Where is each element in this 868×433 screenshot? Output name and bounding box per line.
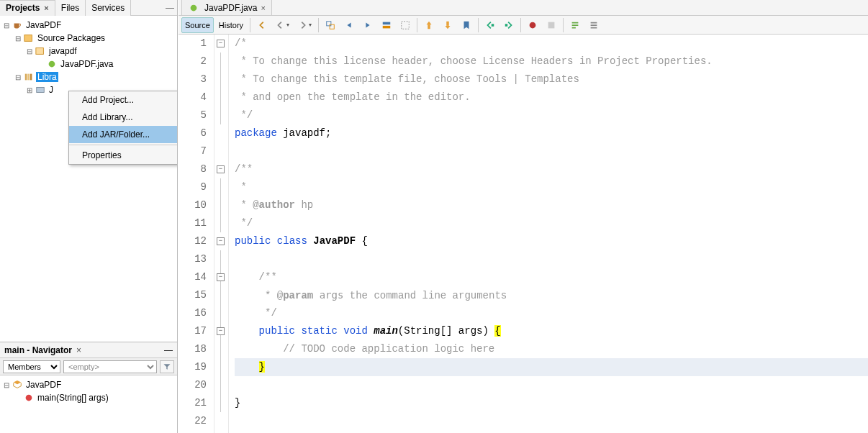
shift-left-icon <box>485 20 495 30</box>
code-area[interactable]: /* * To change this license header, choo… <box>229 35 868 433</box>
editor-tab-javapdf[interactable]: JavaPDF.java × <box>181 0 272 15</box>
close-icon[interactable]: × <box>44 4 48 12</box>
navigator-title-bar: main - Navigator × — <box>0 342 177 358</box>
expand-icon[interactable]: ⊟ <box>13 35 23 42</box>
next-bookmark-button[interactable] <box>439 17 456 33</box>
expand-icon[interactable]: ⊟ <box>1 381 12 389</box>
close-icon[interactable]: × <box>261 4 265 12</box>
fold-toggle[interactable]: − <box>217 237 225 245</box>
code-text: */ <box>235 307 277 319</box>
toggle-highlight-button[interactable] <box>378 17 395 33</box>
toggle-bookmark-button[interactable] <box>458 17 475 33</box>
fold-column[interactable]: − − − − − <box>214 35 229 433</box>
uncomment-button[interactable] <box>585 17 602 33</box>
rect-select-icon <box>400 20 410 30</box>
code-text: package <box>235 127 277 139</box>
project-tree[interactable]: ⊟ JavaPDF ⊟ Source Packages ⊟ javapdf Ja… <box>0 16 177 342</box>
members-combo[interactable]: Members <box>3 360 60 373</box>
menu-add-jar-folder[interactable]: Add JAR/Folder... <box>69 126 177 143</box>
tab-services-label: Services <box>91 3 125 13</box>
shift-left-button[interactable] <box>482 17 499 33</box>
tree-libraries[interactable]: ⊟ Libra <box>1 70 176 83</box>
tab-services[interactable]: Services <box>86 0 131 16</box>
expand-icon[interactable]: ⊟ <box>13 73 23 81</box>
expand-icon[interactable]: ⊞ <box>24 86 35 94</box>
svg-rect-3 <box>25 74 27 81</box>
tree-package-javapdf[interactable]: ⊟ javapdf <box>1 45 176 58</box>
fold-toggle[interactable]: − <box>217 40 225 47</box>
shift-right-icon <box>504 20 514 30</box>
code-text: main <box>374 325 398 337</box>
expand-icon[interactable]: ⊟ <box>24 47 35 55</box>
code-text: } <box>259 361 265 373</box>
node-label: javapdf <box>48 46 78 56</box>
svg-rect-16 <box>492 24 494 27</box>
code-text: /** <box>235 163 253 175</box>
code-text: hp <box>295 199 313 211</box>
code-text: } <box>235 397 240 409</box>
find-selection-button[interactable] <box>322 17 339 33</box>
menu-add-project[interactable]: Add Project... <box>69 91 177 109</box>
svg-rect-12 <box>383 25 391 28</box>
minimize-icon[interactable]: — <box>164 345 173 355</box>
class-icon <box>12 379 23 391</box>
macro-stop-button[interactable] <box>543 17 560 33</box>
fold-toggle[interactable]: − <box>217 327 225 335</box>
code-text: class <box>271 235 313 247</box>
tab-projects[interactable]: Projects × <box>0 0 55 16</box>
svg-rect-6 <box>37 88 45 93</box>
menu-label: Properties <box>82 150 122 160</box>
code-text: * To change this license header, choose … <box>235 55 713 67</box>
menu-label: Add Project... <box>82 95 134 105</box>
editor-body[interactable]: 12345678910111213141516171819202122 − − … <box>178 35 868 433</box>
tree-file-javapdf[interactable]: JavaPDF.java <box>1 58 176 70</box>
macro-record-button[interactable] <box>524 17 541 33</box>
comment-icon <box>570 20 580 30</box>
code-text: public <box>235 235 271 247</box>
source-label: Source <box>185 21 210 29</box>
last-edit-button[interactable] <box>253 17 271 33</box>
navigator-filter-button[interactable] <box>160 360 174 373</box>
nav-method-node[interactable]: main(String[] args) <box>1 391 176 404</box>
tree-source-packages[interactable]: ⊟ Source Packages <box>1 32 176 45</box>
code-text: * To change this template file, choose T… <box>235 73 579 85</box>
svg-rect-11 <box>383 22 391 24</box>
code-text: /* <box>235 37 247 49</box>
shift-right-button[interactable] <box>500 17 517 33</box>
fold-toggle[interactable]: − <box>217 273 225 281</box>
node-label: JavaPDF <box>24 380 63 390</box>
code-text: * @ <box>235 290 283 301</box>
toggle-rect-select-button[interactable] <box>397 17 414 33</box>
back-arrow-icon <box>257 20 267 30</box>
navigator-panel: main - Navigator × — Members <empty> ⊟ J… <box>0 342 177 433</box>
nav-forward-icon <box>298 20 308 30</box>
nav-class-node[interactable]: ⊟ JavaPDF <box>1 378 176 391</box>
find-prev-button[interactable] <box>340 17 358 33</box>
source-view-tab[interactable]: Source <box>181 17 214 33</box>
menu-properties[interactable]: Properties <box>69 147 177 164</box>
bookmark-prev-icon <box>424 20 434 30</box>
navigator-tree[interactable]: ⊟ JavaPDF main(String[] args) <box>0 375 177 433</box>
line-gutter[interactable]: 12345678910111213141516171819202122 <box>178 35 214 433</box>
tab-files-label: Files <box>61 3 79 13</box>
filter-combo[interactable]: <empty> <box>63 360 157 373</box>
prev-bookmark-button[interactable] <box>420 17 438 33</box>
tree-project-root[interactable]: ⊟ JavaPDF <box>1 19 176 32</box>
expand-icon[interactable]: ⊟ <box>1 22 12 29</box>
forward-button[interactable]: ▾ <box>294 17 315 33</box>
fold-toggle[interactable]: − <box>217 165 225 173</box>
node-label: JavaPDF <box>24 20 63 30</box>
editor-tab-label: JavaPDF.java <box>204 3 257 13</box>
back-button[interactable]: ▾ <box>272 17 293 33</box>
close-icon[interactable]: × <box>76 345 81 355</box>
editor-area: JavaPDF.java × Source History ▾ ▾ 123456… <box>178 0 868 433</box>
code-text: { <box>494 325 500 337</box>
find-next-button[interactable] <box>359 17 376 33</box>
node-label: Source Packages <box>36 33 107 43</box>
history-view-tab[interactable]: History <box>215 17 247 33</box>
tab-files[interactable]: Files <box>55 0 86 16</box>
menu-add-library[interactable]: Add Library... <box>69 109 177 126</box>
minimize-icon[interactable]: — <box>163 3 177 13</box>
comment-button[interactable] <box>566 17 584 33</box>
history-label: History <box>219 21 243 29</box>
